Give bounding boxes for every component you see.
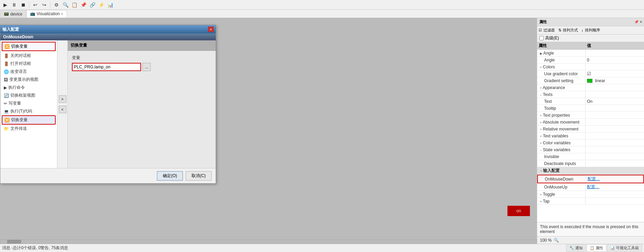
prop-value-invisible[interactable] bbox=[586, 156, 644, 157]
toolbar-sep2 bbox=[50, 2, 50, 8]
toolbar-play[interactable]: ▶ bbox=[1, 1, 9, 9]
dialog-nav-item-2[interactable]: 🌐 改变语言 bbox=[2, 68, 56, 76]
state-vars-expand-icon[interactable]: − bbox=[540, 148, 542, 152]
nav-icon-3: 🖼 bbox=[4, 77, 8, 82]
toolbar-redo[interactable]: ↪ bbox=[40, 1, 48, 9]
prop-row-input-config: − 输入配置 bbox=[537, 167, 644, 175]
order-label[interactable]: 排列顺序 bbox=[585, 28, 600, 33]
prop-value-tap bbox=[586, 201, 644, 202]
order-icon[interactable]: ↕ bbox=[581, 28, 584, 32]
dialog-nav-item-7[interactable]: 💻 执行(T)代码 bbox=[2, 107, 56, 115]
sort-icon[interactable]: ⇅ bbox=[558, 28, 561, 32]
dialog-nav-item-8[interactable]: 🔀 切换变量 bbox=[2, 115, 56, 125]
color-vars-label: Color variables bbox=[543, 140, 571, 145]
text-vars-label: Text variables bbox=[543, 134, 568, 138]
ok-button[interactable]: 确定(O) bbox=[157, 171, 183, 181]
cancel-button[interactable]: 取消(C) bbox=[186, 171, 212, 181]
tab-visualization[interactable]: 📺 Visualization × bbox=[26, 10, 67, 18]
status-tab-props[interactable]: 📋 属性 bbox=[587, 244, 606, 252]
prop-value-deactivate[interactable] bbox=[586, 163, 644, 164]
appearance-expand-icon[interactable]: + bbox=[540, 86, 542, 90]
dialog-nav-item-3[interactable]: 🖼 变更显示的视图 bbox=[2, 76, 56, 84]
dialog-nav-item-1[interactable]: 🚪 打开对话框 bbox=[2, 60, 56, 68]
panel-pin-icon[interactable]: 📌 bbox=[634, 20, 638, 24]
sort-label[interactable]: 排列方式 bbox=[563, 28, 578, 33]
dialog-footer: 确定(O) 取消(C) bbox=[0, 168, 216, 183]
abs-expand-icon[interactable]: + bbox=[540, 121, 542, 124]
abs-label: Absolute movement bbox=[543, 120, 579, 125]
dialog-nav-top-label: 切换变量 bbox=[11, 43, 28, 49]
prop-row-rel-movement: + Relative movement bbox=[537, 126, 644, 133]
nav-label-4: 执行命令 bbox=[8, 85, 25, 90]
dialog-nav-item-0[interactable]: 🚪 关闭对话框 bbox=[2, 52, 56, 60]
prop-name-gradient-setting: Gradient setting bbox=[537, 78, 586, 84]
prop-value-tooltip[interactable] bbox=[586, 108, 644, 109]
switch-var-section: 变量 ... bbox=[68, 51, 216, 75]
filter-label[interactable]: 过滤器 bbox=[543, 28, 555, 33]
dialog-nav-item-9[interactable]: 📁 文件传送 bbox=[2, 125, 56, 133]
color-vars-expand-icon[interactable]: + bbox=[540, 142, 542, 145]
center-area: on 输入配置 × OnMouseDown bbox=[0, 18, 537, 244]
toggle-expand-icon[interactable]: + bbox=[540, 193, 542, 196]
prop-value-gradient[interactable]: ☑ bbox=[586, 70, 644, 77]
panel-close-icon[interactable]: × bbox=[640, 20, 642, 24]
toolbar-chart[interactable]: 📊 bbox=[106, 1, 114, 9]
tab-device[interactable]: 📟 device bbox=[0, 10, 26, 18]
status-tab-notify[interactable]: 🔧 通知 bbox=[566, 244, 586, 252]
variable-input[interactable] bbox=[72, 63, 141, 71]
tap-expand-icon[interactable]: + bbox=[540, 200, 542, 203]
prop-name-color-vars: + Color variables bbox=[537, 140, 586, 146]
variable-label: 变量 bbox=[72, 55, 212, 61]
texts-expand-icon[interactable]: − bbox=[540, 93, 542, 97]
appearance-label: Appearance bbox=[543, 85, 565, 90]
prop-value-onmousedown[interactable]: 配置… bbox=[586, 175, 643, 183]
dialog-nav-top-selected[interactable]: 🔀 切换变量 bbox=[2, 42, 56, 51]
prop-value-text[interactable]: On bbox=[586, 98, 644, 105]
arrow-buttons: > < bbox=[57, 40, 68, 168]
tab-viz-close[interactable]: × bbox=[61, 12, 63, 16]
toolbar-run[interactable]: ⚡ bbox=[97, 1, 105, 9]
browse-button[interactable]: ... bbox=[142, 63, 151, 71]
status-tab-viz[interactable]: 📊 可视化工具箱 bbox=[607, 244, 642, 252]
toolbar-search[interactable]: 🔍 bbox=[62, 1, 69, 9]
text-props-expand-icon[interactable]: + bbox=[540, 114, 542, 117]
gradient-checkbox[interactable]: ☑ bbox=[587, 71, 591, 76]
toolbar-undo[interactable]: ↩ bbox=[31, 1, 39, 9]
zoom-icon[interactable]: 🔍 bbox=[554, 238, 559, 243]
toolbar-pause[interactable]: ⏸ bbox=[10, 1, 18, 9]
prop-value-onmouseup[interactable]: 配置… bbox=[586, 183, 644, 191]
dialog-close-button[interactable]: × bbox=[208, 27, 214, 32]
toolbar-settings[interactable]: ⚙ bbox=[53, 1, 60, 9]
prop-value-angle bbox=[586, 52, 644, 54]
onmouseup-config-link[interactable]: 配置… bbox=[587, 184, 599, 189]
dialog-nav-item-4[interactable]: ▶ 执行命令 bbox=[2, 84, 56, 91]
colors-label: Colors bbox=[543, 65, 555, 69]
arrow-forward-button[interactable]: > bbox=[59, 95, 66, 103]
right-panel: 属性 📌 × ☑ 过滤器 ⇅ 排列方式 ↕ 排列顺序 高级(E) 属性 值 bbox=[537, 18, 644, 244]
dialog-nav-item-6[interactable]: ✏ 写变量 bbox=[2, 99, 56, 107]
toolbar-pin[interactable]: 📌 bbox=[80, 1, 87, 9]
toolbar-stop[interactable]: ⏹ bbox=[19, 1, 27, 9]
prop-name-rel-movement: + Relative movement bbox=[537, 126, 586, 132]
prop-name-texts: − Texts bbox=[537, 91, 586, 98]
nav-label-3: 变更显示的视图 bbox=[9, 77, 38, 83]
prop-value-gradient-setting[interactable]: linear bbox=[586, 78, 644, 84]
prop-name-input-config: − 输入配置 bbox=[537, 167, 586, 174]
arrow-back-button[interactable]: < bbox=[59, 106, 66, 113]
prop-name-deactivate: Deactivate inputs bbox=[537, 161, 586, 167]
toolbar-link[interactable]: 🔗 bbox=[88, 1, 96, 9]
rel-expand-icon[interactable]: + bbox=[540, 128, 542, 131]
input-config-expand-icon[interactable]: − bbox=[540, 169, 542, 173]
colors-expand-icon[interactable]: + bbox=[540, 66, 542, 69]
tab-viz-label: Visualization bbox=[37, 11, 60, 16]
modal-overlay: 输入配置 × OnMouseDown 🔀 切换变量 bbox=[0, 18, 537, 244]
advanced-checkbox[interactable] bbox=[539, 36, 544, 40]
props-header: 属性 值 bbox=[537, 42, 644, 50]
prop-value-angle-val[interactable]: 0 bbox=[586, 57, 644, 63]
onmousedown-config-link[interactable]: 配置… bbox=[588, 176, 600, 181]
angle-expand-icon[interactable]: ▶ bbox=[540, 52, 542, 55]
text-vars-expand-icon[interactable]: + bbox=[540, 135, 542, 138]
filter-toolbar: ☑ 过滤器 ⇅ 排列方式 ↕ 排列顺序 bbox=[537, 26, 644, 35]
toolbar-copy[interactable]: 📋 bbox=[71, 1, 78, 9]
dialog-nav-item-5[interactable]: 🔄 切换框架视图 bbox=[2, 91, 56, 99]
